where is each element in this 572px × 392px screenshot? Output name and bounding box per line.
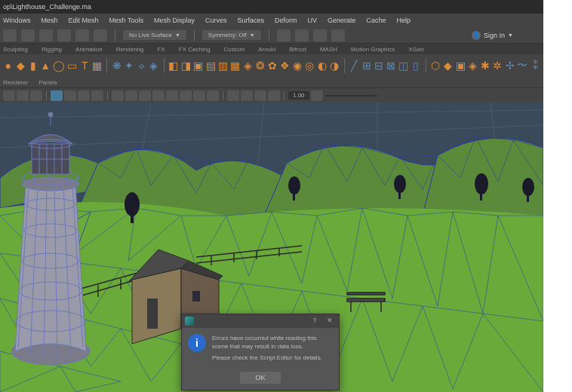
vp-icon[interactable] xyxy=(3,90,15,101)
menu-windows[interactable]: Windows xyxy=(3,17,31,24)
vp-search[interactable] xyxy=(324,95,377,96)
shelf-icon[interactable]: ◑ xyxy=(329,57,339,74)
vp-icon[interactable] xyxy=(125,90,137,101)
shelf-icon[interactable]: ✿ xyxy=(267,57,277,74)
shelf-plane-icon[interactable]: ▭ xyxy=(67,57,77,74)
shelf-icon[interactable]: ✢ xyxy=(505,57,515,74)
shelf-icon[interactable]: ✦ xyxy=(124,57,134,74)
statusline-icon[interactable] xyxy=(57,29,71,41)
shelf-cylinder-icon[interactable]: ▮ xyxy=(28,57,38,74)
shelf-tab[interactable]: XGen xyxy=(408,46,423,53)
shelf-tab[interactable]: Arnold xyxy=(258,46,275,53)
live-surface-chip[interactable]: No Live Surface ▼ xyxy=(123,30,186,40)
statusline-icon[interactable] xyxy=(3,29,17,41)
vp-icon[interactable] xyxy=(112,90,124,101)
statusline-icon[interactable] xyxy=(295,29,309,41)
menu-mesh[interactable]: Mesh xyxy=(42,17,58,24)
dialog-titlebar[interactable]: ? ✕ xyxy=(182,314,339,328)
menu-meshtools[interactable]: Mesh Tools xyxy=(109,17,143,24)
shelf-icon[interactable]: ❖ xyxy=(280,57,290,74)
menu-surfaces[interactable]: Surfaces xyxy=(237,17,264,24)
shelf-icon[interactable]: ◉ xyxy=(292,57,302,74)
vp-icon[interactable] xyxy=(166,90,178,101)
shelf-tab[interactable]: MASH xyxy=(320,46,337,53)
statusline-icon[interactable] xyxy=(39,29,53,41)
shelf-torus-icon[interactable]: ◯ xyxy=(53,57,65,74)
shelf-icon[interactable]: ▣ xyxy=(193,57,203,74)
shelf-icon[interactable]: ⊟ xyxy=(374,57,383,74)
vp-icon[interactable] xyxy=(17,90,29,101)
ok-button[interactable]: OK xyxy=(240,372,280,384)
shelf-icon[interactable]: ◐ xyxy=(317,57,327,74)
shelf-icon[interactable]: ⊠ xyxy=(386,57,396,74)
shelf-tab[interactable]: Bifrost xyxy=(289,46,306,53)
shelf-icon[interactable]: ◈ xyxy=(468,57,478,74)
shelf-icon[interactable]: ▣ xyxy=(455,57,465,74)
menu-meshdisplay[interactable]: Mesh Display xyxy=(154,17,195,24)
vp-icon[interactable] xyxy=(241,90,253,101)
shelf-icon[interactable]: ◎ xyxy=(305,57,315,74)
shelf-tab[interactable]: Rendering xyxy=(116,46,144,53)
shelf-icon[interactable]: ❂ xyxy=(255,57,265,74)
signin-button[interactable]: 👤 Sign In ▼ xyxy=(472,31,513,40)
menu-generate[interactable]: Generate xyxy=(328,17,356,24)
vp-icon[interactable] xyxy=(78,90,90,101)
shelf-icon[interactable]: ◆ xyxy=(443,57,453,74)
menu-uv[interactable]: UV xyxy=(308,17,318,24)
vp-icon[interactable] xyxy=(268,90,280,101)
shelf-tab[interactable]: FX Caching xyxy=(179,46,211,53)
shelf-icon[interactable]: ✲ xyxy=(493,57,503,74)
shelf-icon[interactable]: ▦ xyxy=(230,57,240,74)
help-button[interactable]: ? xyxy=(309,317,321,326)
shelf-icon[interactable]: ╱ xyxy=(349,57,358,74)
menu-curves[interactable]: Curves xyxy=(205,17,227,24)
shelf-icon[interactable]: ⁑ xyxy=(530,57,540,74)
menu-deform[interactable]: Deform xyxy=(275,17,297,24)
shelf-tab[interactable]: Motion Graphics xyxy=(351,46,395,53)
vp-icon[interactable] xyxy=(91,90,103,101)
statusline-icon[interactable] xyxy=(21,29,35,41)
shelf-icon[interactable]: 〜 xyxy=(517,57,527,74)
shelf-cube-icon[interactable]: ◆ xyxy=(15,57,25,74)
shelf-icon[interactable]: ⟡ xyxy=(137,57,146,74)
shelf-tab[interactable]: Animation xyxy=(75,46,103,53)
shelf-sphere-icon[interactable]: ● xyxy=(3,57,13,74)
vp-icon[interactable] xyxy=(193,90,205,101)
shelf-text-icon[interactable]: T xyxy=(79,57,89,74)
vp-icon[interactable] xyxy=(227,90,239,101)
menu-help[interactable]: Help xyxy=(397,17,411,24)
shelf-icon[interactable]: ◈ xyxy=(149,57,158,74)
shelf-icon[interactable]: ▯ xyxy=(411,57,420,74)
redo-icon[interactable] xyxy=(94,29,107,41)
shelf-icon[interactable]: ◧ xyxy=(168,57,178,74)
shelf-icon[interactable]: ◈ xyxy=(243,57,253,74)
statusline-icon[interactable] xyxy=(277,29,291,41)
shelf-icon[interactable]: ✱ xyxy=(480,57,490,74)
symmetry-chip[interactable]: Symmetry: Off ▼ xyxy=(202,30,261,40)
panel-menu[interactable]: Renderer xyxy=(3,79,28,86)
vp-icon[interactable] xyxy=(207,90,219,101)
shelf-svg-icon[interactable]: ▦ xyxy=(92,57,102,74)
vp-icon[interactable] xyxy=(51,90,63,101)
shelf-icon[interactable]: ▥ xyxy=(218,57,228,74)
shelf-tab[interactable]: Rigging xyxy=(42,46,62,53)
menu-cache[interactable]: Cache xyxy=(367,17,386,24)
vp-icon[interactable] xyxy=(64,90,76,101)
vp-icon[interactable] xyxy=(139,90,151,101)
menu-editmesh[interactable]: Edit Mesh xyxy=(69,17,99,24)
vp-icon[interactable] xyxy=(152,90,165,101)
shelf-icon[interactable]: ⬡ xyxy=(430,57,440,74)
undo-icon[interactable] xyxy=(75,29,89,41)
vp-icon[interactable] xyxy=(311,90,323,101)
close-button[interactable]: ✕ xyxy=(324,317,336,326)
shelf-icon[interactable]: ◫ xyxy=(398,57,408,74)
shelf-tab[interactable]: Custom xyxy=(224,46,245,53)
statusline-icon[interactable] xyxy=(313,29,327,41)
shelf-cone-icon[interactable]: ▲ xyxy=(40,57,51,74)
vp-icon[interactable] xyxy=(30,90,42,101)
shelf-tab[interactable]: FX xyxy=(158,46,165,53)
vp-icon[interactable] xyxy=(180,90,192,101)
exposure-field[interactable]: 1.00 xyxy=(288,91,309,100)
vp-icon[interactable] xyxy=(254,90,266,101)
shelf-icon[interactable]: ⊞ xyxy=(361,57,371,74)
